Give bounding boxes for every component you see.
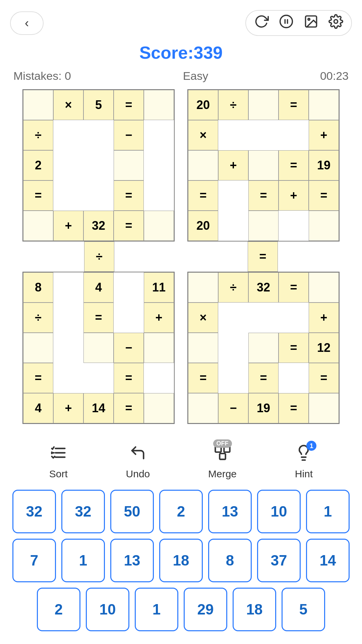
cell-empty xyxy=(279,363,309,393)
meta-row: Mistakes: 0 Easy 00:23 xyxy=(0,69,362,83)
undo-icon xyxy=(129,444,146,466)
tile[interactable]: 1 xyxy=(61,539,105,582)
cell[interactable] xyxy=(188,393,218,423)
cell: 32 xyxy=(248,272,279,303)
header-icon-group xyxy=(245,10,352,36)
cell-empty xyxy=(83,180,114,211)
cell-empty xyxy=(53,272,83,303)
cell: 20 xyxy=(188,211,218,241)
cell: ÷ xyxy=(218,272,248,303)
cell-empty xyxy=(218,211,248,241)
sort-tool[interactable]: Sort xyxy=(49,444,68,480)
cell: = xyxy=(23,363,53,393)
grid-bot-right: ÷ 32 = × + = 12 = = xyxy=(187,272,340,424)
tile[interactable]: 10 xyxy=(257,490,301,533)
hint-tool[interactable]: 1 Hint xyxy=(295,444,313,480)
cell[interactable] xyxy=(144,90,174,120)
cell[interactable] xyxy=(144,333,174,363)
settings-icon[interactable] xyxy=(328,14,343,32)
cell: 19 xyxy=(248,393,279,423)
tile[interactable]: 14 xyxy=(306,539,350,582)
tile[interactable]: 1 xyxy=(135,588,178,631)
cell[interactable] xyxy=(23,211,53,241)
tile[interactable]: 32 xyxy=(61,490,105,533)
cell[interactable] xyxy=(23,333,53,363)
cell: + xyxy=(53,211,83,241)
cell: ÷ xyxy=(84,241,114,272)
cell: = xyxy=(279,150,309,180)
image-icon[interactable] xyxy=(304,14,318,32)
cell: − xyxy=(114,333,144,363)
pause-icon[interactable] xyxy=(279,14,294,32)
tiles-row-3: 2 10 1 29 18 5 xyxy=(10,588,352,631)
tile[interactable]: 13 xyxy=(208,490,252,533)
cell: 20 xyxy=(188,90,218,120)
cell[interactable] xyxy=(248,90,279,120)
tile[interactable]: 8 xyxy=(208,539,252,582)
cell-empty xyxy=(53,303,83,333)
hint-label: Hint xyxy=(295,468,313,480)
cell[interactable] xyxy=(144,393,174,423)
merge-label: Merge xyxy=(208,468,237,480)
cell[interactable] xyxy=(188,272,218,303)
cell[interactable] xyxy=(114,150,144,180)
cell-empty xyxy=(144,241,175,272)
tile[interactable]: 10 xyxy=(86,588,129,631)
cell-empty xyxy=(53,180,83,211)
tile[interactable]: 32 xyxy=(12,490,56,533)
cell[interactable] xyxy=(188,150,218,180)
tile[interactable]: 18 xyxy=(233,588,276,631)
cell: + xyxy=(218,150,248,180)
cell[interactable] xyxy=(309,211,339,241)
cell: = xyxy=(248,363,279,393)
cell-empty xyxy=(248,120,279,150)
tile[interactable]: 7 xyxy=(12,539,56,582)
merge-off-badge: OFF xyxy=(213,439,232,448)
score-section: Score:339 xyxy=(0,43,362,63)
cell: = xyxy=(279,393,309,423)
tile[interactable]: 29 xyxy=(184,588,227,631)
cell[interactable] xyxy=(309,272,339,303)
cell[interactable] xyxy=(248,333,279,363)
grid-top-right: 20 ÷ = × + + = 19 = = xyxy=(187,89,340,241)
back-button[interactable]: ‹ xyxy=(10,11,44,35)
cell: = xyxy=(114,90,144,120)
cell-empty xyxy=(218,363,248,393)
tile[interactable]: 5 xyxy=(282,588,325,631)
svg-point-0 xyxy=(280,15,293,28)
cell-empty xyxy=(83,120,114,150)
sort-label: Sort xyxy=(49,468,68,480)
tiles-row-1: 32 32 50 2 13 10 1 xyxy=(10,490,352,533)
tile[interactable]: 37 xyxy=(257,539,301,582)
cell[interactable] xyxy=(309,393,339,423)
cell[interactable] xyxy=(309,90,339,120)
tile[interactable]: 2 xyxy=(37,588,80,631)
refresh-icon[interactable] xyxy=(254,14,269,32)
sort-icon xyxy=(50,444,67,466)
cell: 8 xyxy=(23,272,53,303)
tile[interactable]: 13 xyxy=(110,539,154,582)
cell: 4 xyxy=(23,393,53,423)
tile[interactable]: 2 xyxy=(159,490,203,533)
svg-point-4 xyxy=(308,18,310,20)
cell-empty xyxy=(308,241,338,272)
tile[interactable]: 1 xyxy=(306,490,350,533)
cell: × xyxy=(188,303,218,333)
tile[interactable]: 50 xyxy=(110,490,154,533)
toolbar: Sort Undo OFF Merge 1 xyxy=(0,437,362,483)
cell[interactable] xyxy=(23,90,53,120)
cell[interactable] xyxy=(248,150,279,180)
grid-mid-right: = xyxy=(187,241,338,272)
cell-empty xyxy=(114,303,144,333)
cell[interactable] xyxy=(248,211,279,241)
cell-empty xyxy=(53,333,83,363)
cell-empty xyxy=(279,120,309,150)
cell[interactable] xyxy=(144,211,174,241)
merge-icon: OFF xyxy=(214,444,231,466)
cell-empty xyxy=(218,180,248,211)
tile[interactable]: 18 xyxy=(159,539,203,582)
cell[interactable] xyxy=(188,333,218,363)
cell[interactable] xyxy=(83,333,114,363)
undo-tool[interactable]: Undo xyxy=(126,444,150,480)
merge-tool[interactable]: OFF Merge xyxy=(208,444,237,480)
